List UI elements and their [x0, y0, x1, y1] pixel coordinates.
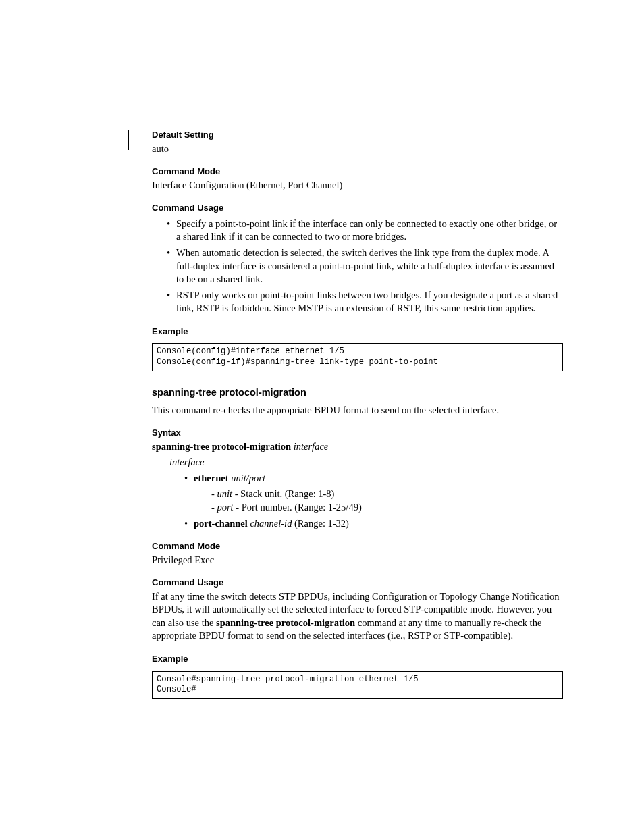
command-usage-block: Command Usage • Specify a point-to-point…	[152, 201, 563, 315]
console-output: Console(config)#interface ethernet 1/5 C…	[152, 343, 563, 371]
default-setting-block: Default Setting auto	[152, 128, 563, 155]
example-label: Example	[152, 326, 188, 336]
syntax-bullet-line: port-channel channel-id (Range: 1-32)	[194, 517, 563, 531]
default-setting-value: auto	[152, 142, 563, 156]
syntax-block: Syntax spanning-tree protocol-migration …	[152, 426, 563, 530]
usage-bullet-text: When automatic detection is selected, th…	[176, 246, 563, 286]
usage-paragraph: If at any time the switch detects STP BP…	[152, 590, 563, 643]
syntax-bullet: • ethernet unit/port	[184, 472, 563, 486]
syntax-arg-port: port	[217, 502, 233, 513]
syntax-arg-unitport: unit/port	[231, 473, 265, 484]
syntax-label: Syntax	[152, 427, 181, 438]
syntax-unit-line: - unit - Stack unit. (Range: 1-8)	[211, 488, 563, 501]
syntax-unit-desc: - Stack unit. (Range: 1-8)	[232, 488, 334, 499]
syntax-interface-word: interface	[169, 457, 205, 467]
syntax-command: spanning-tree protocol-migration	[152, 441, 291, 452]
section-heading-protocol-migration: spanning-tree protocol-migration	[152, 386, 563, 400]
syntax-sub-sub: - unit - Stack unit. (Range: 1-8) - port…	[211, 488, 563, 514]
example-block: Example Console(config)#interface ethern…	[152, 325, 563, 371]
syntax-port-line: - port - Port number. (Range: 1-25/49)	[211, 501, 563, 515]
default-setting-label: Default Setting	[152, 130, 214, 140]
bullet-dot: •	[167, 289, 176, 315]
example-block-2: Example Console#spanning-tree protocol-m…	[152, 652, 563, 699]
command-mode-block-2: Command Mode Privileged Exec	[152, 540, 563, 567]
syntax-arg-channelid: channel-id	[250, 518, 292, 529]
usage-inline-command: spanning-tree protocol-migration	[216, 617, 355, 628]
syntax-keyword-ethernet: ethernet	[194, 473, 229, 484]
usage-bullet-list: • Specify a point-to-point link if the i…	[152, 217, 563, 315]
usage-bullet: • RSTP only works on point-to-point link…	[167, 289, 563, 315]
syntax-bullet-line: ethernet unit/port	[194, 472, 563, 486]
syntax-interface-intro: interface	[169, 456, 563, 469]
usage-bullet-text: Specify a point-to-point link if the int…	[176, 217, 563, 244]
syntax-sub-list: • ethernet unit/port - unit - Stack unit…	[169, 472, 563, 530]
command-mode-label: Command Mode	[152, 166, 220, 176]
intro-paragraph: This command re-checks the appropriate B…	[152, 404, 563, 417]
syntax-pc-desc: (Range: 1-32)	[292, 518, 349, 529]
usage-bullet: • When automatic detection is selected, …	[167, 246, 563, 286]
usage-bullet: • Specify a point-to-point link if the i…	[167, 217, 563, 244]
console-output-2: Console#spanning-tree protocol-migration…	[152, 671, 563, 700]
command-usage-label-2: Command Usage	[152, 577, 223, 588]
usage-bullet-text: RSTP only works on point-to-point links …	[176, 289, 563, 315]
syntax-line: spanning-tree protocol-migration interfa…	[152, 440, 563, 454]
syntax-keyword-portchannel: port-channel	[194, 518, 248, 529]
command-usage-block-2: Command Usage If at any time the switch …	[152, 576, 563, 643]
syntax-bullet: • port-channel channel-id (Range: 1-32)	[184, 517, 563, 531]
syntax-arg-unit: unit	[217, 488, 232, 499]
command-mode-label-2: Command Mode	[152, 541, 220, 551]
command-mode-block: Command Mode Interface Configuration (Et…	[152, 165, 563, 192]
command-mode-value-2: Privileged Exec	[152, 554, 563, 567]
syntax-port-desc: - Port number. (Range: 1-25/49)	[234, 502, 362, 513]
crop-mark	[128, 130, 151, 150]
example-label-2: Example	[152, 654, 188, 664]
command-mode-value: Interface Configuration (Ethernet, Port …	[152, 179, 563, 192]
syntax-arg-interface: interface	[294, 441, 329, 452]
bullet-dot: •	[167, 217, 176, 244]
bullet-dot: •	[167, 246, 176, 286]
command-usage-label: Command Usage	[152, 203, 223, 213]
bullet-dot: •	[184, 517, 194, 531]
bullet-dot: •	[184, 472, 194, 486]
